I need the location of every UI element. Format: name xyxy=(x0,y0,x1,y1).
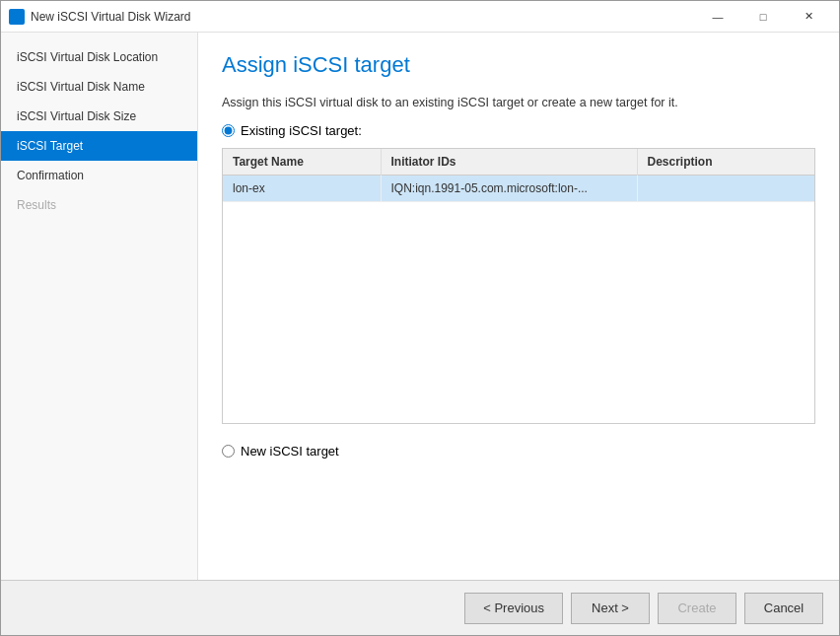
title-bar: New iSCSI Virtual Disk Wizard — □ ✕ xyxy=(1,1,839,33)
close-button[interactable]: ✕ xyxy=(786,1,831,33)
wizard-window: New iSCSI Virtual Disk Wizard — □ ✕ iSCS… xyxy=(0,0,840,636)
create-button[interactable]: Create xyxy=(658,593,736,624)
cell-initiator-ids: IQN:iqn.1991-05.com.microsoft:lon-... xyxy=(381,176,637,202)
window-controls: — □ ✕ xyxy=(695,1,831,33)
window-icon xyxy=(9,9,25,25)
main-content: Assign iSCSI target Assign this iSCSI vi… xyxy=(198,33,839,580)
target-table-container: Target Name Initiator IDs Description lo… xyxy=(222,148,815,424)
sidebar-item-results: Results xyxy=(1,190,197,220)
new-target-option: New iSCSI target xyxy=(222,444,815,459)
target-table: Target Name Initiator IDs Description lo… xyxy=(223,149,814,202)
col-header-description: Description xyxy=(637,149,814,176)
new-target-radio[interactable] xyxy=(222,445,235,458)
sidebar-item-name[interactable]: iSCSI Virtual Disk Name xyxy=(1,72,197,102)
window-title: New iSCSI Virtual Disk Wizard xyxy=(31,10,695,24)
page-title: Assign iSCSI target xyxy=(222,52,815,78)
next-button[interactable]: Next > xyxy=(571,593,650,624)
existing-target-radio[interactable] xyxy=(222,124,235,137)
sidebar-item-size[interactable]: iSCSI Virtual Disk Size xyxy=(1,102,197,131)
maximize-button[interactable]: □ xyxy=(740,1,786,33)
col-header-target-name: Target Name xyxy=(223,149,381,176)
footer: < Previous Next > Create Cancel xyxy=(1,580,839,635)
cell-description xyxy=(637,176,814,202)
minimize-button[interactable]: — xyxy=(695,1,740,33)
table-row[interactable]: lon-ex IQN:iqn.1991-05.com.microsoft:lon… xyxy=(223,176,814,202)
sidebar-item-target[interactable]: iSCSI Target xyxy=(1,131,197,161)
table-header-row: Target Name Initiator IDs Description xyxy=(223,149,814,176)
col-header-initiator-ids: Initiator IDs xyxy=(381,149,637,176)
new-target-label[interactable]: New iSCSI target xyxy=(241,444,339,459)
description-text: Assign this iSCSI virtual disk to an exi… xyxy=(222,96,815,109)
existing-target-label[interactable]: Existing iSCSI target: xyxy=(241,123,362,138)
sidebar-item-location[interactable]: iSCSI Virtual Disk Location xyxy=(1,42,197,72)
content-area: iSCSI Virtual Disk Location iSCSI Virtua… xyxy=(1,33,839,580)
sidebar: iSCSI Virtual Disk Location iSCSI Virtua… xyxy=(1,33,198,580)
existing-target-option: Existing iSCSI target: xyxy=(222,123,815,138)
previous-button[interactable]: < Previous xyxy=(464,593,563,624)
cancel-button[interactable]: Cancel xyxy=(744,593,823,624)
sidebar-item-confirmation[interactable]: Confirmation xyxy=(1,161,197,190)
cell-target-name: lon-ex xyxy=(223,176,381,202)
